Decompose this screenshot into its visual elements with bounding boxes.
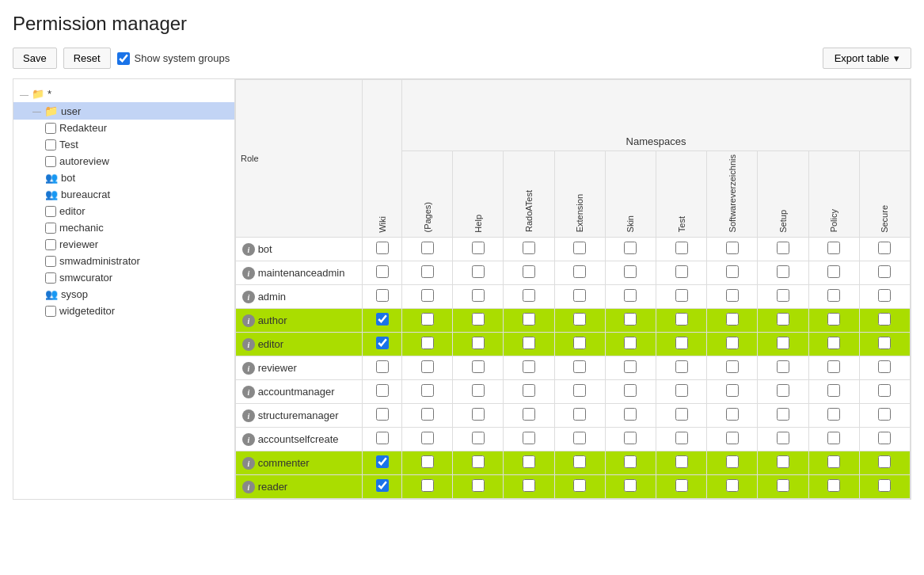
info-icon[interactable]: i <box>242 362 255 375</box>
sidebar-item-bot[interactable]: 👥 bot <box>13 169 234 186</box>
sidebar-checkbox[interactable] <box>45 206 56 217</box>
checkbox-reader-help[interactable] <box>472 479 485 492</box>
checkbox-bot-softwareversion[interactable] <box>726 242 739 254</box>
checkbox-admin-skin[interactable] <box>624 289 637 302</box>
info-icon[interactable]: i <box>242 457 255 470</box>
checkbox-admin-radoatest[interactable] <box>523 289 535 302</box>
checkbox-maintenanceadmin-wiki[interactable] <box>376 265 389 278</box>
checkbox-bot-secure[interactable] <box>878 242 891 254</box>
checkbox-author-policy[interactable] <box>827 313 840 326</box>
checkbox-maintenanceadmin-pages[interactable] <box>421 265 434 278</box>
sidebar-item-Test[interactable]: Test <box>13 136 234 153</box>
checkbox-accountselfcreate-secure[interactable] <box>878 432 891 444</box>
sidebar-item-Redakteur[interactable]: Redakteur <box>13 120 234 136</box>
info-icon[interactable]: i <box>242 338 255 351</box>
sidebar-checkbox[interactable] <box>45 239 56 250</box>
sidebar-item-user[interactable]: — 📁 user <box>13 102 234 120</box>
checkbox-author-setup[interactable] <box>777 313 789 326</box>
checkbox-author-skin[interactable] <box>624 313 637 326</box>
checkbox-accountselfcreate-pages[interactable] <box>421 432 434 444</box>
checkbox-author-help[interactable] <box>472 313 485 326</box>
reset-button[interactable]: Reset <box>63 48 111 69</box>
checkbox-structuremanager-secure[interactable] <box>878 408 891 421</box>
checkbox-commenter-pages[interactable] <box>421 455 434 468</box>
checkbox-author-softwareversion[interactable] <box>726 313 739 326</box>
checkbox-accountmanager-extension[interactable] <box>573 384 586 397</box>
checkbox-maintenanceadmin-skin[interactable] <box>624 265 637 278</box>
checkbox-reviewer-radoatest[interactable] <box>523 360 535 373</box>
checkbox-structuremanager-policy[interactable] <box>827 408 840 421</box>
checkbox-accountselfcreate-setup[interactable] <box>777 432 789 444</box>
checkbox-author-extension[interactable] <box>573 313 586 326</box>
checkbox-structuremanager-radoatest[interactable] <box>523 408 535 421</box>
checkbox-reviewer-policy[interactable] <box>827 360 840 373</box>
checkbox-accountmanager-softwareversion[interactable] <box>726 384 739 397</box>
info-icon[interactable]: i <box>242 267 255 280</box>
sidebar-checkbox[interactable] <box>45 139 56 150</box>
info-icon[interactable]: i <box>242 291 255 303</box>
checkbox-bot-test[interactable] <box>675 242 688 254</box>
checkbox-admin-help[interactable] <box>472 289 485 302</box>
checkbox-accountmanager-pages[interactable] <box>421 384 434 397</box>
checkbox-commenter-radoatest[interactable] <box>523 455 535 468</box>
sidebar-item-reviewer[interactable]: reviewer <box>13 236 234 253</box>
checkbox-accountselfcreate-help[interactable] <box>472 432 485 444</box>
checkbox-editor-skin[interactable] <box>624 337 637 349</box>
sidebar-item-sysop[interactable]: 👥 sysop <box>13 286 234 303</box>
sidebar-item-root[interactable]: — 📁 * <box>13 86 234 102</box>
checkbox-reader-skin[interactable] <box>624 479 637 492</box>
checkbox-commenter-wiki[interactable] <box>376 455 389 468</box>
sidebar-checkbox[interactable] <box>45 123 56 134</box>
checkbox-reader-extension[interactable] <box>573 479 586 492</box>
checkbox-accountmanager-help[interactable] <box>472 384 485 397</box>
info-icon[interactable]: i <box>242 386 255 398</box>
checkbox-reader-setup[interactable] <box>777 479 789 492</box>
checkbox-accountmanager-wiki[interactable] <box>376 384 389 397</box>
checkbox-admin-wiki[interactable] <box>376 289 389 302</box>
checkbox-accountselfcreate-wiki[interactable] <box>376 432 389 444</box>
checkbox-accountmanager-setup[interactable] <box>777 384 789 397</box>
checkbox-accountmanager-radoatest[interactable] <box>523 384 535 397</box>
checkbox-reader-policy[interactable] <box>827 479 840 492</box>
checkbox-reader-radoatest[interactable] <box>523 479 535 492</box>
checkbox-reviewer-softwareversion[interactable] <box>726 360 739 373</box>
sidebar-item-bureaucrat[interactable]: 👥 bureaucrat <box>13 186 234 203</box>
checkbox-accountselfcreate-skin[interactable] <box>624 432 637 444</box>
checkbox-accountmanager-policy[interactable] <box>827 384 840 397</box>
info-icon[interactable]: i <box>242 243 255 256</box>
checkbox-bot-policy[interactable] <box>827 242 840 254</box>
checkbox-accountmanager-skin[interactable] <box>624 384 637 397</box>
checkbox-reviewer-help[interactable] <box>472 360 485 373</box>
checkbox-author-test[interactable] <box>675 313 688 326</box>
checkbox-editor-secure[interactable] <box>878 337 891 349</box>
checkbox-structuremanager-help[interactable] <box>472 408 485 421</box>
checkbox-admin-pages[interactable] <box>421 289 434 302</box>
checkbox-bot-extension[interactable] <box>573 242 586 254</box>
checkbox-bot-setup[interactable] <box>777 242 789 254</box>
checkbox-maintenanceadmin-setup[interactable] <box>777 265 789 278</box>
checkbox-admin-extension[interactable] <box>573 289 586 302</box>
checkbox-reviewer-secure[interactable] <box>878 360 891 373</box>
checkbox-reviewer-skin[interactable] <box>624 360 637 373</box>
sidebar-item-smwcurator[interactable]: smwcurator <box>13 269 234 286</box>
sidebar-item-autoreview[interactable]: autoreview <box>13 153 234 169</box>
checkbox-reader-wiki[interactable] <box>376 479 389 492</box>
sidebar-checkbox[interactable] <box>45 256 56 267</box>
checkbox-maintenanceadmin-softwareversion[interactable] <box>726 265 739 278</box>
sidebar-checkbox[interactable] <box>45 272 56 284</box>
checkbox-reviewer-test[interactable] <box>675 360 688 373</box>
checkbox-structuremanager-extension[interactable] <box>573 408 586 421</box>
checkbox-reviewer-extension[interactable] <box>573 360 586 373</box>
sidebar-item-smwadministrator[interactable]: smwadministrator <box>13 253 234 269</box>
checkbox-accountmanager-test[interactable] <box>675 384 688 397</box>
checkbox-maintenanceadmin-test[interactable] <box>675 265 688 278</box>
checkbox-editor-test[interactable] <box>675 337 688 349</box>
checkbox-reader-secure[interactable] <box>878 479 891 492</box>
sidebar-checkbox[interactable] <box>45 156 56 167</box>
checkbox-commenter-policy[interactable] <box>827 455 840 468</box>
sidebar-checkbox[interactable] <box>45 306 56 317</box>
checkbox-commenter-skin[interactable] <box>624 455 637 468</box>
checkbox-accountselfcreate-radoatest[interactable] <box>523 432 535 444</box>
checkbox-structuremanager-softwareversion[interactable] <box>726 408 739 421</box>
checkbox-commenter-help[interactable] <box>472 455 485 468</box>
